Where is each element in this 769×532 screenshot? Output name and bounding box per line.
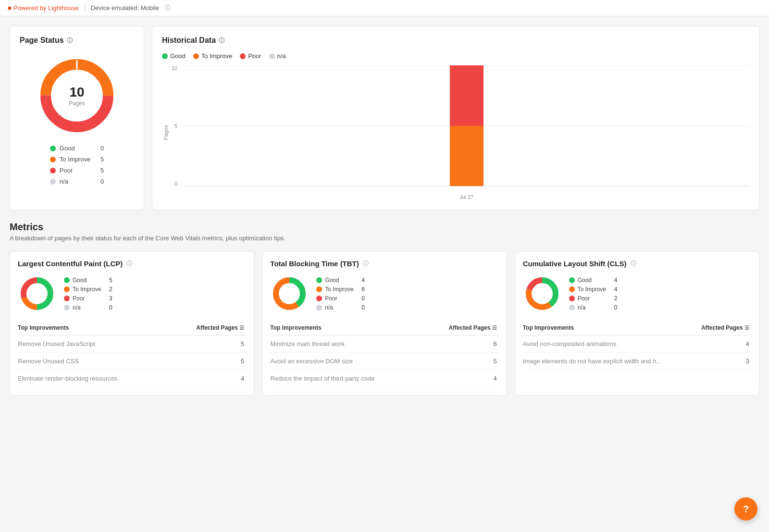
- cls-legend-na: n/a 0: [569, 304, 618, 311]
- lcp-legend-poor: Poor 3: [64, 295, 112, 302]
- chart-legend-dot-improve: [193, 53, 199, 59]
- chart-legend-poor: Poor: [240, 52, 261, 60]
- tbt-panel: Total Blocking Time (TBT) ⓘ: [262, 251, 507, 396]
- tbt-table: Top Improvements Affected Pages ☰ Minimi…: [270, 321, 498, 387]
- tbt-filter-icon[interactable]: ☰: [492, 325, 497, 331]
- lcp-title: Largest Contentful Paint (LCP): [18, 260, 123, 268]
- legend-dot-improve: [50, 157, 56, 162]
- historical-chart: Pages 10 5 0: [162, 65, 749, 200]
- lighthouse-logo: ■ Powered by Lighthouse: [8, 4, 79, 12]
- lcp-panel: Largest Contentful Paint (LCP) ⓘ: [10, 251, 254, 396]
- metrics-section: Metrics A breakdown of pages by their st…: [10, 222, 759, 396]
- tbt-legend: Good 4 To Improve 6 Poor 0: [316, 277, 365, 311]
- chart-legend-dot-poor: [240, 53, 246, 59]
- tbt-header: Total Blocking Time (TBT) ⓘ: [270, 260, 498, 268]
- cls-legend-improve: To Improve 4: [569, 286, 618, 293]
- legend-dot-good: [50, 146, 56, 151]
- table-row: Remove Unused JavaScript 5: [18, 335, 246, 353]
- cls-overview: Good 4 To Improve 4 Poor 2: [523, 274, 751, 313]
- chart-plot-area: [184, 65, 749, 186]
- bar-group: [450, 65, 484, 186]
- legend-item-poor: Poor 5: [50, 167, 104, 174]
- x-axis-labels: Jul 27: [184, 194, 749, 200]
- cls-th-improvements: Top Improvements: [523, 321, 692, 335]
- y-axis-values: 10 5 0: [162, 65, 181, 186]
- cls-legend-poor: Poor 2: [569, 295, 618, 302]
- page-status-info-icon[interactable]: ⓘ: [67, 37, 73, 45]
- cls-title: Cumulative Layout Shift (CLS): [523, 260, 627, 268]
- legend-dot-na: [50, 179, 56, 185]
- tbt-legend-improve: To Improve 6: [316, 286, 365, 293]
- device-info-icon[interactable]: ⓘ: [165, 4, 171, 12]
- table-row: Avoid non-composited animations 4: [523, 335, 751, 353]
- stacked-bar: [450, 65, 484, 186]
- lcp-legend: Good 5 To Improve 2 Poor 3: [64, 277, 112, 311]
- page-status-number: 10: [69, 85, 85, 100]
- legend-dot-poor: [50, 168, 56, 173]
- y-label-0: 0: [174, 181, 177, 186]
- tbt-info-icon[interactable]: ⓘ: [363, 260, 369, 268]
- table-row: Eliminate render-blocking resources 4: [18, 370, 246, 387]
- tbt-th-pages: Affected Pages ☰: [425, 321, 498, 335]
- device-label: Device emulated: Mobile: [91, 4, 159, 12]
- lcp-legend-good: Good 5: [64, 277, 112, 284]
- page-status-center: 10 Pages: [69, 85, 85, 107]
- table-row: Avoid an excessive DOM size 5: [270, 353, 498, 370]
- top-bar: ■ Powered by Lighthouse Device emulated:…: [0, 0, 769, 16]
- tbt-legend-poor: Poor 0: [316, 295, 365, 302]
- lcp-legend-improve: To Improve 2: [64, 286, 112, 293]
- metrics-grid: Largest Contentful Paint (LCP) ⓘ: [10, 251, 759, 396]
- lcp-th-improvements: Top Improvements: [18, 321, 171, 335]
- cls-legend: Good 4 To Improve 4 Poor 2: [569, 277, 618, 311]
- lcp-filter-icon[interactable]: ☰: [239, 325, 244, 331]
- cls-legend-good: Good 4: [569, 277, 618, 284]
- top-panels: Page Status ⓘ: [10, 26, 759, 210]
- historical-data-panel: Historical Data ⓘ Good To Improve Poor: [152, 26, 759, 210]
- chart-legend-improve: To Improve: [193, 52, 232, 60]
- chart-legend-dot-good: [162, 53, 168, 59]
- bar-poor: [450, 65, 484, 126]
- legend-item-improve: To Improve 5: [50, 156, 104, 163]
- page-status-label: Pages: [69, 100, 85, 107]
- cls-filter-icon[interactable]: ☰: [744, 325, 749, 331]
- tbt-legend-na: n/a 0: [316, 304, 365, 311]
- chart-legend-na: n/a: [269, 52, 286, 60]
- metrics-title: Metrics: [10, 222, 759, 233]
- lcp-info-icon[interactable]: ⓘ: [126, 260, 132, 268]
- lcp-legend-na: n/a 0: [64, 304, 112, 311]
- metrics-subtitle: A breakdown of pages by their status for…: [10, 235, 759, 242]
- legend-item-good: Good 0: [50, 145, 104, 152]
- cls-panel: Cumulative Layout Shift (CLS) ⓘ: [515, 251, 759, 396]
- x-label-jul27: Jul 27: [459, 194, 473, 200]
- lcp-table: Top Improvements Affected Pages ☰ Remove…: [18, 321, 246, 387]
- lcp-donut: [18, 274, 56, 313]
- cls-donut: [523, 274, 561, 313]
- table-row: Reduce the impact of third-party code 4: [270, 370, 498, 387]
- lcp-header: Largest Contentful Paint (LCP) ⓘ: [18, 260, 246, 268]
- page-status-legend: Good 0 To Improve 5 Poor 5: [46, 145, 108, 185]
- historical-data-title: Historical Data ⓘ: [162, 36, 749, 45]
- cls-header: Cumulative Layout Shift (CLS) ⓘ: [523, 260, 751, 268]
- page-status-panel: Page Status ⓘ: [10, 26, 144, 210]
- legend-item-na: n/a 0: [50, 178, 104, 185]
- y-label-10: 10: [172, 65, 177, 71]
- y-label-5: 5: [174, 123, 177, 129]
- page-status-donut: 10 Pages: [34, 52, 120, 139]
- tbt-donut: [270, 274, 309, 313]
- tbt-overview: Good 4 To Improve 6 Poor 0: [270, 274, 498, 313]
- chart-legend-dot-na: [269, 53, 275, 59]
- divider: [85, 4, 85, 12]
- table-row: Remove Unused CSS 5: [18, 353, 246, 370]
- table-row: Image elements do not have explicit widt…: [523, 353, 751, 370]
- chart-legend-good: Good: [162, 52, 186, 60]
- lcp-overview: Good 5 To Improve 2 Poor 3: [18, 274, 246, 313]
- bar-improve: [450, 126, 484, 186]
- historical-info-icon[interactable]: ⓘ: [219, 37, 224, 45]
- table-row: Minimize main thread work 6: [270, 335, 498, 353]
- cls-table: Top Improvements Affected Pages ☰ Avoid …: [523, 321, 751, 370]
- tbt-th-improvements: Top Improvements: [270, 321, 425, 335]
- main-content: Page Status ⓘ: [0, 16, 769, 405]
- cls-info-icon[interactable]: ⓘ: [631, 260, 636, 268]
- page-status-title: Page Status ⓘ: [20, 36, 134, 45]
- tbt-title: Total Blocking Time (TBT): [270, 260, 359, 268]
